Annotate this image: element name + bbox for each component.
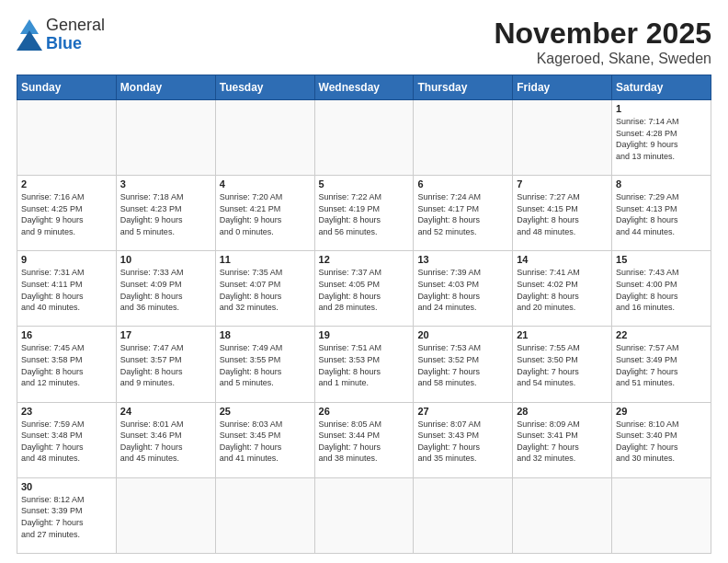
day-info-23: Sunrise: 7:59 AM Sunset: 3:48 PM Dayligh… — [21, 419, 112, 465]
day-info-3: Sunrise: 7:18 AM Sunset: 4:23 PM Dayligh… — [120, 191, 211, 237]
calendar-cell-1-0: 2Sunrise: 7:16 AM Sunset: 4:25 PM Daylig… — [17, 176, 117, 251]
calendar-cell-3-6: 22Sunrise: 7:57 AM Sunset: 3:49 PM Dayli… — [612, 327, 711, 402]
calendar-cell-2-0: 9Sunrise: 7:31 AM Sunset: 4:11 PM Daylig… — [17, 251, 117, 327]
calendar-cell-2-5: 14Sunrise: 7:41 AM Sunset: 4:02 PM Dayli… — [513, 251, 612, 327]
day-number-15: 15 — [616, 254, 707, 265]
day-info-24: Sunrise: 8:01 AM Sunset: 3:46 PM Dayligh… — [120, 419, 211, 465]
day-number-1: 1 — [616, 103, 707, 114]
calendar-cell-2-4: 13Sunrise: 7:39 AM Sunset: 4:03 PM Dayli… — [414, 251, 513, 327]
calendar-cell-3-1: 17Sunrise: 7:47 AM Sunset: 3:57 PM Dayli… — [116, 327, 215, 402]
day-info-28: Sunrise: 8:09 AM Sunset: 3:41 PM Dayligh… — [517, 419, 608, 465]
day-info-13: Sunrise: 7:39 AM Sunset: 4:03 PM Dayligh… — [417, 267, 508, 313]
day-number-2: 2 — [21, 178, 112, 190]
calendar-cell-4-2: 25Sunrise: 8:03 AM Sunset: 3:45 PM Dayli… — [215, 402, 314, 477]
calendar-cell-3-2: 18Sunrise: 7:49 AM Sunset: 3:55 PM Dayli… — [215, 327, 314, 402]
calendar-cell-5-0: 30Sunrise: 8:12 AM Sunset: 3:39 PM Dayli… — [17, 477, 117, 553]
calendar-title: November 2025 — [494, 17, 711, 51]
day-info-27: Sunrise: 8:07 AM Sunset: 3:43 PM Dayligh… — [417, 419, 508, 465]
day-info-9: Sunrise: 7:31 AM Sunset: 4:11 PM Dayligh… — [21, 267, 112, 313]
header-thursday: Thursday — [414, 75, 513, 100]
calendar-cell-4-6: 29Sunrise: 8:10 AM Sunset: 3:40 PM Dayli… — [612, 402, 711, 477]
calendar-cell-1-6: 8Sunrise: 7:29 AM Sunset: 4:13 PM Daylig… — [612, 176, 711, 251]
day-info-16: Sunrise: 7:45 AM Sunset: 3:58 PM Dayligh… — [21, 342, 112, 388]
logo-line2: Blue — [46, 35, 105, 53]
week-row-5: 30Sunrise: 8:12 AM Sunset: 3:39 PM Dayli… — [17, 477, 711, 553]
logo-icon — [17, 19, 42, 51]
day-number-5: 5 — [319, 178, 410, 190]
header-sunday: Sunday — [17, 75, 117, 100]
day-info-20: Sunrise: 7:53 AM Sunset: 3:52 PM Dayligh… — [417, 342, 508, 388]
day-info-25: Sunrise: 8:03 AM Sunset: 3:45 PM Dayligh… — [220, 419, 311, 465]
calendar-cell-5-2 — [215, 477, 314, 553]
calendar-cell-5-5 — [513, 477, 612, 553]
day-info-6: Sunrise: 7:24 AM Sunset: 4:17 PM Dayligh… — [417, 191, 508, 237]
week-row-1: 2Sunrise: 7:16 AM Sunset: 4:25 PM Daylig… — [17, 176, 711, 251]
day-info-30: Sunrise: 8:12 AM Sunset: 3:39 PM Dayligh… — [21, 494, 112, 540]
day-number-18: 18 — [220, 329, 311, 340]
logo: General Blue — [17, 17, 105, 53]
day-info-19: Sunrise: 7:51 AM Sunset: 3:53 PM Dayligh… — [319, 342, 410, 388]
day-info-12: Sunrise: 7:37 AM Sunset: 4:05 PM Dayligh… — [319, 267, 410, 313]
day-info-7: Sunrise: 7:27 AM Sunset: 4:15 PM Dayligh… — [517, 191, 608, 237]
calendar-cell-5-1 — [116, 477, 215, 553]
header-wednesday: Wednesday — [314, 75, 414, 100]
day-info-21: Sunrise: 7:55 AM Sunset: 3:50 PM Dayligh… — [517, 342, 608, 388]
calendar-cell-2-6: 15Sunrise: 7:43 AM Sunset: 4:00 PM Dayli… — [612, 251, 711, 327]
day-info-4: Sunrise: 7:20 AM Sunset: 4:21 PM Dayligh… — [220, 191, 311, 237]
header-saturday: Saturday — [612, 75, 711, 100]
calendar-cell-0-2 — [215, 100, 314, 176]
page: General Blue November 2025 Kageroed, Ska… — [0, 0, 728, 563]
day-info-1: Sunrise: 7:14 AM Sunset: 4:28 PM Dayligh… — [616, 116, 707, 162]
calendar-cell-0-5 — [513, 100, 612, 176]
day-number-21: 21 — [517, 329, 608, 340]
title-block: November 2025 Kageroed, Skane, Sweden — [494, 17, 711, 67]
day-number-17: 17 — [120, 329, 211, 340]
day-number-24: 24 — [120, 406, 211, 417]
day-number-12: 12 — [319, 254, 410, 265]
calendar-cell-5-6 — [612, 477, 711, 553]
calendar-cell-5-4 — [414, 477, 513, 553]
day-number-10: 10 — [120, 254, 211, 265]
day-number-23: 23 — [21, 406, 112, 417]
day-number-14: 14 — [517, 254, 608, 265]
day-number-19: 19 — [319, 329, 410, 340]
day-info-22: Sunrise: 7:57 AM Sunset: 3:49 PM Dayligh… — [616, 342, 707, 388]
day-number-4: 4 — [220, 178, 311, 190]
logo-triangle-bottom — [17, 30, 42, 51]
day-number-3: 3 — [120, 178, 211, 190]
week-row-0: 1Sunrise: 7:14 AM Sunset: 4:28 PM Daylig… — [17, 100, 711, 176]
day-info-11: Sunrise: 7:35 AM Sunset: 4:07 PM Dayligh… — [220, 267, 311, 313]
calendar-cell-5-3 — [314, 477, 414, 553]
day-number-30: 30 — [21, 481, 112, 492]
logo-line1: General — [46, 17, 105, 35]
day-info-18: Sunrise: 7:49 AM Sunset: 3:55 PM Dayligh… — [220, 342, 311, 388]
calendar-cell-2-2: 11Sunrise: 7:35 AM Sunset: 4:07 PM Dayli… — [215, 251, 314, 327]
day-number-20: 20 — [417, 329, 508, 340]
day-number-25: 25 — [220, 406, 311, 417]
day-number-27: 27 — [417, 406, 508, 417]
calendar-cell-3-3: 19Sunrise: 7:51 AM Sunset: 3:53 PM Dayli… — [314, 327, 414, 402]
day-info-29: Sunrise: 8:10 AM Sunset: 3:40 PM Dayligh… — [616, 419, 707, 465]
day-number-8: 8 — [616, 178, 707, 190]
day-info-2: Sunrise: 7:16 AM Sunset: 4:25 PM Dayligh… — [21, 191, 112, 237]
header-tuesday: Tuesday — [215, 75, 314, 100]
calendar-table: Sunday Monday Tuesday Wednesday Thursday… — [17, 75, 711, 554]
calendar-cell-4-4: 27Sunrise: 8:07 AM Sunset: 3:43 PM Dayli… — [414, 402, 513, 477]
calendar-cell-3-5: 21Sunrise: 7:55 AM Sunset: 3:50 PM Dayli… — [513, 327, 612, 402]
day-info-15: Sunrise: 7:43 AM Sunset: 4:00 PM Dayligh… — [616, 267, 707, 313]
day-info-8: Sunrise: 7:29 AM Sunset: 4:13 PM Dayligh… — [616, 191, 707, 237]
logo-text: General Blue — [46, 17, 105, 53]
calendar-cell-4-5: 28Sunrise: 8:09 AM Sunset: 3:41 PM Dayli… — [513, 402, 612, 477]
day-info-17: Sunrise: 7:47 AM Sunset: 3:57 PM Dayligh… — [120, 342, 211, 388]
calendar-cell-0-6: 1Sunrise: 7:14 AM Sunset: 4:28 PM Daylig… — [612, 100, 711, 176]
week-row-3: 16Sunrise: 7:45 AM Sunset: 3:58 PM Dayli… — [17, 327, 711, 402]
calendar-cell-1-3: 5Sunrise: 7:22 AM Sunset: 4:19 PM Daylig… — [314, 176, 414, 251]
day-number-22: 22 — [616, 329, 707, 340]
day-info-26: Sunrise: 8:05 AM Sunset: 3:44 PM Dayligh… — [319, 419, 410, 465]
day-info-14: Sunrise: 7:41 AM Sunset: 4:02 PM Dayligh… — [517, 267, 608, 313]
day-number-29: 29 — [616, 406, 707, 417]
calendar-cell-2-3: 12Sunrise: 7:37 AM Sunset: 4:05 PM Dayli… — [314, 251, 414, 327]
day-info-10: Sunrise: 7:33 AM Sunset: 4:09 PM Dayligh… — [120, 267, 211, 313]
day-number-13: 13 — [417, 254, 508, 265]
week-row-2: 9Sunrise: 7:31 AM Sunset: 4:11 PM Daylig… — [17, 251, 711, 327]
